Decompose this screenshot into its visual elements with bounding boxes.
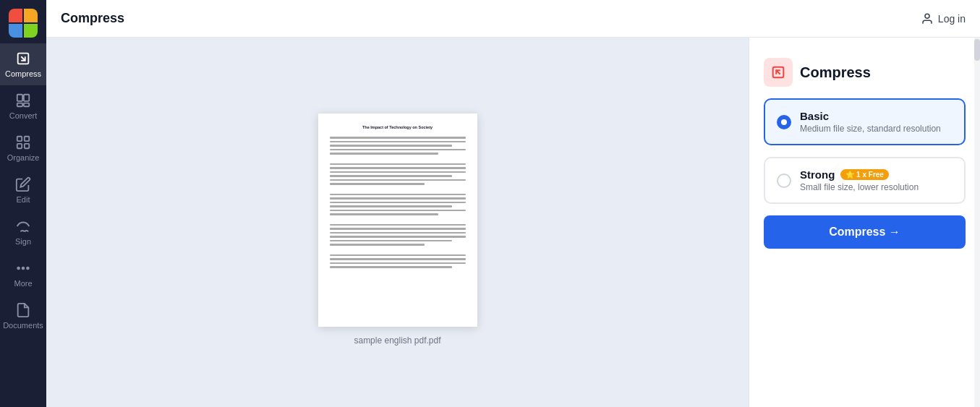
compress-button[interactable]: Compress → bbox=[764, 215, 966, 249]
sidebar-item-organize-label: Organize bbox=[7, 153, 40, 162]
pdf-filename: sample english pdf.pdf bbox=[354, 335, 440, 346]
svg-point-12 bbox=[27, 267, 29, 270]
scroll-track[interactable] bbox=[974, 38, 980, 407]
organize-icon bbox=[15, 134, 31, 150]
option-strong-text: Strong ⭐ 1 x Free Small file size, lower… bbox=[800, 168, 953, 192]
svg-rect-4 bbox=[17, 103, 22, 107]
svg-point-13 bbox=[925, 14, 929, 18]
sidebar-item-convert[interactable]: Convert bbox=[0, 85, 46, 127]
free-badge: ⭐ 1 x Free bbox=[840, 169, 889, 180]
svg-rect-3 bbox=[24, 95, 29, 101]
sidebar-item-compress-label: Compress bbox=[5, 69, 41, 78]
main-area: Compress Log in The Impact of Technology… bbox=[46, 0, 980, 407]
header: Compress Log in bbox=[46, 0, 980, 38]
sidebar-item-edit-label: Edit bbox=[17, 195, 30, 204]
pdf-preview: The Impact of Technology on Society bbox=[318, 113, 477, 327]
sidebar-item-edit[interactable]: Edit bbox=[0, 169, 46, 211]
sidebar-item-documents-label: Documents bbox=[3, 321, 43, 330]
preview-area: The Impact of Technology on Society bbox=[46, 38, 749, 407]
svg-rect-8 bbox=[17, 144, 22, 148]
svg-rect-5 bbox=[24, 103, 29, 107]
svg-rect-9 bbox=[25, 144, 29, 148]
option-strong-desc: Small file size, lower resolution bbox=[800, 182, 953, 192]
svg-rect-7 bbox=[25, 137, 29, 141]
scroll-thumb bbox=[974, 39, 980, 61]
sidebar-item-organize[interactable]: Organize bbox=[0, 127, 46, 169]
content-area: The Impact of Technology on Society bbox=[46, 38, 980, 407]
svg-rect-6 bbox=[17, 137, 22, 141]
app-logo bbox=[9, 9, 38, 38]
compress-panel-icon bbox=[770, 64, 786, 80]
sign-icon bbox=[15, 218, 31, 234]
svg-point-10 bbox=[17, 267, 20, 270]
pdf-doc-title: The Impact of Technology on Society bbox=[330, 125, 466, 129]
option-strong-name: Strong ⭐ 1 x Free bbox=[800, 168, 953, 181]
login-label: Log in bbox=[938, 13, 966, 25]
option-basic-name: Basic bbox=[800, 110, 953, 122]
option-basic[interactable]: Basic Medium file size, standard resolut… bbox=[764, 98, 966, 145]
option-basic-desc: Medium file size, standard resolution bbox=[800, 124, 953, 134]
sidebar-item-compress[interactable]: Compress bbox=[0, 43, 46, 85]
panel-title: Compress bbox=[800, 64, 871, 81]
documents-icon bbox=[15, 302, 31, 318]
edit-icon bbox=[15, 176, 31, 192]
convert-icon bbox=[15, 93, 31, 108]
sidebar: Compress Convert Organize Edit S bbox=[0, 0, 46, 407]
sidebar-item-more[interactable]: More bbox=[0, 253, 46, 295]
compress-panel-icon-wrap bbox=[764, 58, 793, 87]
svg-point-11 bbox=[22, 267, 25, 270]
login-button[interactable]: Log in bbox=[921, 12, 966, 25]
radio-basic bbox=[777, 115, 791, 129]
sidebar-item-documents[interactable]: Documents bbox=[0, 295, 46, 337]
right-panel: Compress Basic Medium file size, standar… bbox=[749, 38, 980, 407]
sidebar-item-sign-label: Sign bbox=[15, 237, 31, 246]
sidebar-item-more-label: More bbox=[14, 279, 32, 288]
svg-rect-2 bbox=[17, 95, 22, 101]
sidebar-item-sign[interactable]: Sign bbox=[0, 211, 46, 253]
option-strong[interactable]: Strong ⭐ 1 x Free Small file size, lower… bbox=[764, 157, 966, 204]
compress-icon bbox=[15, 51, 31, 67]
panel-header: Compress bbox=[764, 58, 966, 87]
user-icon bbox=[921, 12, 934, 25]
option-basic-text: Basic Medium file size, standard resolut… bbox=[800, 110, 953, 134]
sidebar-item-convert-label: Convert bbox=[9, 111, 38, 120]
page-title: Compress bbox=[61, 11, 124, 26]
more-icon bbox=[15, 260, 31, 276]
radio-strong bbox=[777, 173, 791, 188]
